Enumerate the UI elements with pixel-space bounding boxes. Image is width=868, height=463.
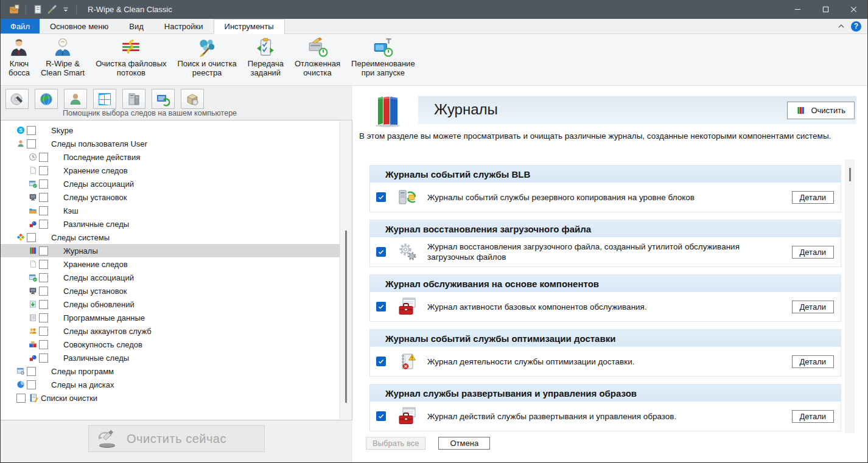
content-scrollbar-thumb[interactable]: [849, 168, 851, 181]
tree-item[interactable]: Следы установок: [1, 190, 352, 204]
tree-item[interactable]: Списки очистки: [1, 391, 352, 405]
tree-checkbox[interactable]: [27, 233, 36, 242]
chevron-down-icon[interactable]: [15, 139, 26, 148]
minimize-button[interactable]: [783, 0, 811, 19]
tree-item[interactable]: Следы системы: [1, 231, 352, 244]
tree-item[interactable]: Следы ассоциаций: [1, 271, 352, 284]
tree-item[interactable]: Следы установок: [1, 284, 352, 298]
quick-journal-icon[interactable]: [32, 4, 43, 15]
tab-file[interactable]: Файл: [1, 19, 40, 33]
content-scrollbar[interactable]: [845, 159, 855, 433]
chevron-right-icon[interactable]: [27, 353, 38, 363]
tree-item[interactable]: Следы обновлений: [1, 298, 352, 311]
tree-checkbox[interactable]: [27, 139, 36, 148]
collapse-ribbon-button[interactable]: [838, 23, 845, 30]
ribbon-button[interactable]: Очистка файловых потоков: [90, 34, 172, 85]
chevron-right-icon[interactable]: [27, 339, 38, 349]
chevron-right-icon[interactable]: [27, 219, 38, 229]
tree-item[interactable]: Следы на дисках: [1, 378, 352, 391]
details-button[interactable]: Детали: [792, 246, 835, 259]
tree-checkbox[interactable]: [27, 367, 36, 376]
tree-item[interactable]: Журналы: [1, 244, 352, 257]
quick-select-button[interactable]: [64, 89, 87, 109]
section-checkbox[interactable]: [376, 411, 386, 421]
maximize-button[interactable]: [811, 0, 839, 19]
chevron-right-icon[interactable]: [15, 125, 26, 135]
ribbon-button[interactable]: R-Wipe & Clean Smart: [35, 34, 90, 85]
tree-checkbox[interactable]: [39, 220, 48, 229]
tab-settings[interactable]: Настройки: [154, 19, 214, 33]
section-checkbox[interactable]: [376, 357, 386, 366]
help-button[interactable]: ?: [851, 21, 861, 32]
chevron-right-icon[interactable]: [27, 259, 38, 269]
quick-select-button[interactable]: [5, 89, 29, 109]
tree-checkbox[interactable]: [39, 179, 48, 189]
tree-item[interactable]: Следы программ: [1, 364, 352, 378]
section-checkbox[interactable]: [376, 302, 386, 312]
tree-item[interactable]: Skype: [1, 124, 352, 137]
chevron-right-icon[interactable]: [27, 299, 38, 309]
quick-select-button[interactable]: [152, 89, 175, 109]
select-all-button[interactable]: Выбрать все: [366, 437, 425, 450]
tree-checkbox[interactable]: [39, 300, 48, 309]
tree-checkbox[interactable]: [27, 380, 36, 389]
tree-checkbox[interactable]: [39, 193, 48, 202]
tree-checkbox[interactable]: [39, 353, 48, 363]
details-button[interactable]: Детали: [792, 191, 835, 204]
tree-item[interactable]: Кэш: [1, 204, 352, 217]
section-checkbox[interactable]: [376, 247, 386, 257]
tree-checkbox[interactable]: [39, 273, 48, 282]
quickbar-dropdown-icon[interactable]: [61, 5, 70, 14]
clean-now-button[interactable]: Очистить сейчас: [88, 425, 265, 452]
tree-item[interactable]: Различные следы: [1, 351, 352, 364]
tree-checkbox[interactable]: [39, 313, 48, 322]
tree-item[interactable]: Программные данные: [1, 311, 352, 324]
tree-checkbox[interactable]: [39, 166, 48, 175]
chevron-right-icon[interactable]: [27, 286, 38, 296]
tree-checkbox[interactable]: [27, 126, 36, 135]
chevron-right-icon[interactable]: [27, 273, 38, 282]
tree-item[interactable]: Следы ассоциаций: [1, 177, 352, 190]
details-button[interactable]: Детали: [792, 355, 835, 368]
details-button[interactable]: Детали: [792, 410, 835, 423]
chevron-right-icon[interactable]: [27, 192, 38, 202]
chevron-right-icon[interactable]: [15, 380, 26, 389]
chevron-right-icon[interactable]: [27, 206, 38, 215]
section-checkbox[interactable]: [376, 192, 386, 202]
tree-checkbox[interactable]: [39, 260, 48, 269]
tree-item[interactable]: Хранение следов: [1, 164, 352, 177]
ribbon-button[interactable]: Передача заданий: [242, 34, 289, 85]
tree-item[interactable]: Хранение следов: [1, 257, 352, 271]
tab-view[interactable]: Вид: [119, 19, 154, 33]
quick-select-button[interactable]: [181, 89, 204, 109]
tree-checkbox[interactable]: [39, 340, 48, 349]
ribbon-button[interactable]: Отложенная очистка: [289, 34, 346, 85]
ribbon-button[interactable]: Поиск и очистка реестра: [172, 34, 242, 85]
quick-select-button[interactable]: [35, 89, 58, 109]
tree-item[interactable]: Последние действия: [1, 150, 352, 164]
tree-checkbox[interactable]: [39, 153, 48, 162]
tree-item[interactable]: Различные следы: [1, 217, 352, 231]
tree-scrollbar[interactable]: [340, 121, 352, 419]
quick-select-button[interactable]: [93, 89, 116, 109]
quick-wipe-icon[interactable]: [47, 4, 57, 15]
tree-checkbox[interactable]: [39, 206, 48, 215]
tab-main-menu[interactable]: Основное меню: [40, 19, 119, 33]
chevron-right-icon[interactable]: [27, 246, 38, 256]
tree-checkbox[interactable]: [39, 327, 48, 336]
tree-checkbox[interactable]: [39, 287, 48, 296]
quick-select-button[interactable]: [122, 89, 145, 109]
ribbon-button[interactable]: Переименование при запуске: [346, 34, 421, 85]
details-button[interactable]: Детали: [792, 301, 835, 313]
chevron-right-icon[interactable]: [27, 165, 38, 175]
tree-checkbox[interactable]: [39, 246, 48, 256]
tree-scrollbar-thumb[interactable]: [345, 231, 347, 403]
tree-item[interactable]: Совокупность следов: [1, 338, 352, 351]
ribbon-button[interactable]: Ключ босса: [3, 34, 35, 85]
clean-section-button[interactable]: Очистить: [787, 102, 855, 119]
chevron-right-icon[interactable]: [27, 313, 38, 322]
chevron-right-icon[interactable]: [27, 152, 38, 162]
chevron-right-icon[interactable]: [15, 366, 26, 376]
cancel-button[interactable]: Отмена: [438, 437, 490, 450]
chevron-down-icon[interactable]: [15, 232, 26, 242]
